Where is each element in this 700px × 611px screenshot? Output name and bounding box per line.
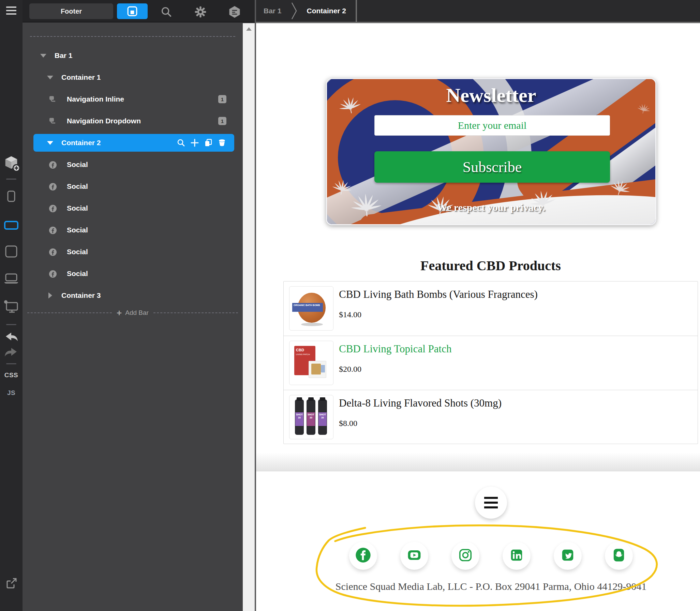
device-phone-portrait-button[interactable] [0, 190, 23, 204]
module-layers-icon [49, 95, 56, 103]
caret-right-icon [48, 293, 52, 299]
tree-row-navigation-dropdown[interactable]: Navigation Dropdown1 [33, 112, 234, 130]
tree-row-label: Social [67, 248, 88, 256]
row-duplicate-button[interactable] [204, 138, 213, 148]
caret-toggle[interactable] [40, 54, 46, 58]
linkedin-social-button[interactable] [502, 542, 530, 570]
product-title-link[interactable]: Delta-8 Living Flavored Shots (30mg) [339, 397, 501, 409]
panel-components-button[interactable] [227, 4, 242, 19]
product-image[interactable]: ORGANIC BATH BOMB [289, 286, 334, 330]
privacy-note: We respect your privacy. [327, 202, 655, 213]
layers-panel: Footer [23, 0, 255, 611]
product-image[interactable]: SHOT30SHOT30SHOT30 [289, 395, 334, 439]
email-input[interactable] [374, 115, 610, 136]
tree-row-container-1[interactable]: Container 1 [33, 69, 234, 86]
youtube-social-button[interactable] [400, 542, 428, 570]
tree-row-social[interactable]: Social [33, 243, 234, 261]
footer-address: Science Squad Media Lab, LLC - P.O. Box … [256, 581, 700, 592]
tree-row-social[interactable]: Social [33, 199, 234, 217]
product-row: CBDLIVING PATCHCBD Living Topical Patch$… [284, 336, 698, 390]
product-title-link[interactable]: CBD Living Bath Bombs (Various Fragrance… [339, 288, 538, 301]
tree-row-social[interactable]: Social [33, 265, 234, 283]
laptop-icon [3, 271, 19, 286]
instagram-social-button[interactable] [451, 542, 479, 570]
add-bar-button[interactable]: + Add Bar [23, 309, 243, 317]
section-divider [256, 452, 700, 471]
add-module-button[interactable] [0, 153, 23, 173]
tree-row-social[interactable]: Social [33, 221, 234, 239]
scroll-up-arrow-icon[interactable] [246, 27, 252, 31]
panel-scrollbar[interactable] [243, 23, 255, 611]
redo-icon [4, 345, 19, 360]
module-layers-icon [49, 117, 56, 125]
breadcrumb-item-container2[interactable]: Container 2 [307, 7, 347, 15]
snapchat-social-button[interactable] [605, 542, 633, 570]
menu-hamburger-icon[interactable] [0, 5, 23, 16]
device-laptop-button[interactable] [0, 271, 23, 286]
caret-toggle[interactable] [47, 76, 53, 79]
product-price: $8.00 [339, 419, 501, 428]
canvas-topbar: Bar 1 Container 2 [255, 0, 700, 23]
caret-toggle[interactable] [47, 293, 53, 299]
layout-view-button[interactable] [117, 3, 148, 19]
css-panel-button[interactable]: CSS [0, 370, 23, 380]
phone-landscape-icon [3, 218, 19, 233]
newsletter-title: Newsletter [327, 84, 655, 107]
product-list: ORGANIC BATH BOMBCBD Living Bath Bombs (… [283, 281, 698, 444]
device-tablet-button[interactable] [0, 244, 23, 259]
js-panel-button[interactable]: JS [0, 388, 23, 398]
main-toolbar: CSS JS [0, 0, 23, 611]
footer-title-button[interactable]: Footer [29, 3, 113, 19]
device-desktop-button[interactable] [0, 299, 23, 315]
facebook-icon [49, 161, 57, 169]
add-bar-dash [27, 312, 112, 313]
instagram-icon [456, 546, 474, 565]
device-phone-landscape-button[interactable] [0, 218, 23, 233]
gear-icon [194, 5, 207, 19]
redo-button[interactable] [0, 345, 23, 360]
linkedin-icon [508, 546, 525, 565]
tree-row-navigation-inline[interactable]: Navigation Inline1 [33, 90, 234, 108]
newsletter-widget: Newsletter Subscribe We respect your pri… [326, 78, 656, 225]
topbar-separator [355, 0, 357, 22]
product-title-link[interactable]: CBD Living Topical Patch [339, 343, 451, 355]
open-external-icon [4, 576, 19, 591]
row-delete-button[interactable] [217, 138, 227, 148]
tree-row-bar-1[interactable]: Bar 1 [33, 47, 234, 64]
tree-row-label: Container 2 [61, 139, 101, 147]
product-image[interactable]: CBDLIVING PATCH [289, 341, 334, 385]
twitter-social-button[interactable] [554, 542, 582, 570]
facebook-icon [49, 205, 57, 213]
search-icon [160, 5, 173, 18]
tree-row-social[interactable]: Social [33, 156, 234, 174]
facebook-social-button[interactable] [349, 542, 377, 570]
plus-icon [190, 138, 199, 147]
footer-menu-button[interactable] [475, 487, 507, 519]
open-external-button[interactable] [0, 576, 23, 591]
caret-toggle[interactable] [47, 141, 53, 145]
product-row: ORGANIC BATH BOMBCBD Living Bath Bombs (… [284, 282, 698, 336]
toolbar-divider [6, 179, 16, 180]
tree-row-label: Social [67, 182, 88, 191]
tree-row-label: Social [67, 204, 88, 212]
tree-row-label: Bar 1 [55, 51, 73, 60]
tree-row-container-3[interactable]: Container 3 [33, 287, 234, 304]
facebook-icon [49, 183, 57, 191]
subscribe-button[interactable]: Subscribe [374, 151, 610, 183]
tree-row-container-2[interactable]: Container 2 [33, 134, 234, 152]
shot-bottle-image: SHOT30 [295, 399, 304, 435]
tree-row-label: Container 3 [61, 292, 101, 300]
row-add-button[interactable] [190, 138, 200, 148]
tree-row-social[interactable]: Social [33, 178, 234, 195]
count-badge: 1 [218, 117, 227, 125]
hexagon-lines-icon [228, 5, 242, 19]
breadcrumb-item-bar1[interactable]: Bar 1 [264, 7, 282, 15]
panel-settings-button[interactable] [193, 4, 208, 19]
row-search-button[interactable] [176, 138, 186, 148]
undo-button[interactable] [0, 330, 23, 345]
panel-canvas-divider [255, 0, 256, 611]
product-price: $14.00 [339, 310, 538, 319]
panel-search-button[interactable] [159, 4, 174, 19]
search-icon [177, 138, 186, 147]
product-row: SHOT30SHOT30SHOT30Delta-8 Living Flavore… [284, 390, 698, 444]
